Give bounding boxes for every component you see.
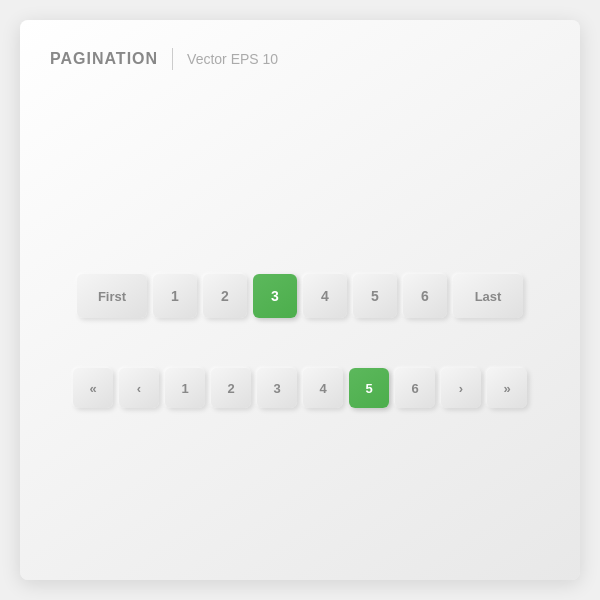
- page-r2-3-button[interactable]: 3: [257, 368, 297, 408]
- page-r2-2-button[interactable]: 2: [211, 368, 251, 408]
- page-1-button[interactable]: 1: [153, 274, 197, 318]
- page-4-button[interactable]: 4: [303, 274, 347, 318]
- page-r2-4-button[interactable]: 4: [303, 368, 343, 408]
- first-button[interactable]: First: [77, 274, 147, 318]
- page-3-button[interactable]: 3: [253, 274, 297, 318]
- prev-nav-button[interactable]: ‹: [119, 368, 159, 408]
- page-r2-1-button[interactable]: 1: [165, 368, 205, 408]
- header-subtitle: Vector EPS 10: [187, 51, 278, 67]
- page-2-button[interactable]: 2: [203, 274, 247, 318]
- first-nav-button[interactable]: «: [73, 368, 113, 408]
- header-divider: [172, 48, 173, 70]
- page-r2-5-button[interactable]: 5: [349, 368, 389, 408]
- last-nav-button[interactable]: »: [487, 368, 527, 408]
- header: PAGINATION Vector EPS 10: [50, 48, 550, 70]
- card: PAGINATION Vector EPS 10 First 1 2 3 4 5…: [20, 20, 580, 580]
- pagination-row-2: « ‹ 1 2 3 4 5 6 › »: [50, 368, 550, 408]
- pagination-row-1: First 1 2 3 4 5 6 Last: [50, 274, 550, 318]
- header-title: PAGINATION: [50, 50, 158, 68]
- page-r2-6-button[interactable]: 6: [395, 368, 435, 408]
- last-button[interactable]: Last: [453, 274, 523, 318]
- page-6-button[interactable]: 6: [403, 274, 447, 318]
- pagination-section: First 1 2 3 4 5 6 Last « ‹ 1 2 3 4 5 6 ›…: [50, 130, 550, 552]
- next-nav-button[interactable]: ›: [441, 368, 481, 408]
- page-5-button[interactable]: 5: [353, 274, 397, 318]
